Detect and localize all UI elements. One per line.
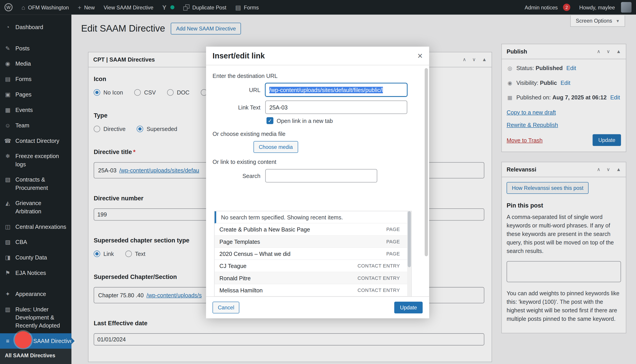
result-item[interactable]: Page Templates PAGE <box>215 236 411 248</box>
result-item[interactable]: Create & Publish a New Basic Page PAGE <box>215 224 411 236</box>
result-type: PAGE <box>386 226 400 232</box>
url-label: URL <box>213 87 265 93</box>
open-new-tab-label: Open link in a new tab <box>277 117 333 124</box>
modal-title: Insert/edit link <box>213 51 265 60</box>
url-input[interactable]: /wp-content/uploads/sites/default/files/… <box>265 83 407 96</box>
recording-indicator[interactable] <box>15 331 32 348</box>
result-title: Create & Publish a New Basic Page <box>220 226 310 232</box>
choose-media-button[interactable]: Choose media <box>254 141 298 153</box>
cancel-button[interactable]: Cancel <box>213 302 239 314</box>
result-type: CONTACT ENTRY <box>357 287 400 293</box>
open-new-tab-option[interactable]: ✓ Open link in a new tab <box>267 117 423 124</box>
update-link-button[interactable]: Update <box>394 302 423 314</box>
result-item[interactable]: Ronald Pitre CONTACT ENTRY <box>215 272 411 284</box>
url-selected-text: /wp-content/uploads/sites/default/files/… <box>269 87 383 93</box>
search-label: Search <box>213 172 265 179</box>
link-text-label: Link Text <box>213 104 265 110</box>
result-title: CJ Teague <box>220 262 247 269</box>
result-type: CONTACT ENTRY <box>357 263 400 269</box>
page-root: W ⌂ OFM Washington + New View SAAM Direc… <box>0 0 636 364</box>
result-type: CONTACT ENTRY <box>357 275 400 281</box>
link-text-input[interactable] <box>265 100 407 114</box>
results-scrollbar[interactable] <box>407 211 411 296</box>
search-results-list: No search term specified. Showing recent… <box>214 211 412 297</box>
insert-edit-link-modal: Insert/edit link × Enter the destination… <box>206 46 429 318</box>
result-title: Ronald Pitre <box>220 275 251 281</box>
result-title: Page Templates <box>220 238 260 245</box>
result-item[interactable]: 2020 Census – What we did PAGE <box>215 248 411 260</box>
existing-content-heading: Or link to existing content <box>213 158 423 165</box>
search-results-notice: No search term specified. Showing recent… <box>215 211 411 224</box>
result-item[interactable]: Melissa Hamilton CONTACT ENTRY <box>215 284 411 296</box>
result-type: PAGE <box>386 239 400 244</box>
result-title: 2020 Census – What we did <box>220 250 290 257</box>
link-search-input[interactable] <box>265 169 377 182</box>
checkbox-checked-icon: ✓ <box>267 117 273 124</box>
destination-url-heading: Enter the destination URL <box>213 72 423 79</box>
result-item[interactable]: CJ Teague CONTACT ENTRY <box>215 260 411 272</box>
close-icon[interactable]: × <box>417 51 423 60</box>
modal-scrollbar[interactable] <box>425 68 428 256</box>
media-file-heading: Or choose existing media file <box>213 130 423 137</box>
result-title: Melissa Hamilton <box>220 287 263 293</box>
result-type: PAGE <box>386 251 400 256</box>
